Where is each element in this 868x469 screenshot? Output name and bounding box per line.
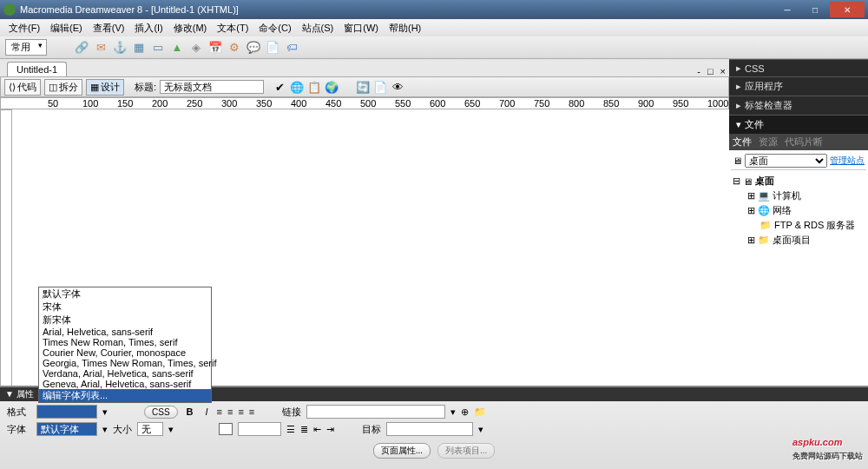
italic-button[interactable]: I <box>202 406 212 417</box>
align-right-icon[interactable]: ≡ <box>238 406 243 417</box>
font-option[interactable]: 宋体 <box>39 301 211 314</box>
date-icon[interactable]: 📅 <box>208 41 222 55</box>
size-label: 大小 <box>113 423 132 436</box>
font-option[interactable]: Courier New, Courier, monospace <box>39 347 211 358</box>
font-option[interactable]: Times New Roman, Times, serif <box>39 337 211 347</box>
font-option[interactable]: Georgia, Times New Roman, Times, serif <box>39 358 211 368</box>
align-center-icon[interactable]: ≡ <box>227 406 233 417</box>
refresh-icon[interactable]: 🔄 <box>356 80 370 94</box>
doc-minimize-icon[interactable]: - <box>694 66 704 76</box>
color-swatch[interactable] <box>219 423 233 435</box>
doc-restore-icon[interactable]: □ <box>704 66 717 76</box>
font-option[interactable]: 默认字体 <box>39 287 211 301</box>
tree-item[interactable]: ⊞📁桌面项目 <box>733 233 865 248</box>
panel-files[interactable]: ▾文件 <box>729 115 868 134</box>
font-option[interactable]: 新宋体 <box>39 314 211 327</box>
title-input[interactable] <box>160 80 264 94</box>
point-to-file-icon[interactable]: ⊕ <box>461 406 469 418</box>
tab-assets[interactable]: 资源 <box>759 135 778 149</box>
desktop-icon: 🖥 <box>743 176 753 187</box>
list-items-button[interactable]: 列表项目... <box>437 443 495 459</box>
css-button[interactable]: CSS <box>144 406 178 419</box>
maximize-button[interactable]: □ <box>802 2 828 17</box>
side-panels: ▸CSS ▸应用程序 ▸标签检查器 ▾文件 文件 资源 代码片断 🖥 桌面 管理… <box>729 59 868 426</box>
menu-text[interactable]: 文本(T) <box>212 20 253 36</box>
font-option[interactable]: Geneva, Arial, Helvetica, sans-serif <box>39 379 211 389</box>
comment-icon[interactable]: 💬 <box>247 41 260 55</box>
manage-sites-link[interactable]: 管理站点 <box>830 155 865 167</box>
panel-tag-inspector[interactable]: ▸标签检查器 <box>729 96 868 115</box>
page-properties-button[interactable]: 页面属性... <box>373 443 431 459</box>
chevron-down-icon[interactable]: ▾ <box>168 424 174 435</box>
design-view-button[interactable]: ▦设计 <box>86 79 124 96</box>
tree-item[interactable]: ⊞💻计算机 <box>733 188 865 203</box>
file-mgmt-icon[interactable]: 📋 <box>307 80 321 94</box>
visual-aids-icon[interactable]: 👁 <box>391 80 404 94</box>
menu-view[interactable]: 查看(V) <box>88 20 130 36</box>
panel-application[interactable]: ▸应用程序 <box>729 76 868 96</box>
div-icon[interactable]: ▭ <box>151 41 165 55</box>
minimize-button[interactable]: ─ <box>774 2 800 17</box>
preview-icon[interactable]: 🌍 <box>325 80 339 94</box>
bold-button[interactable]: B <box>183 406 197 417</box>
computer-icon: 💻 <box>758 190 770 201</box>
chevron-right-icon: ▸ <box>736 100 741 111</box>
templates-icon[interactable]: 📄 <box>266 41 279 55</box>
menu-commands[interactable]: 命令(C) <box>253 20 296 36</box>
list-ul-icon[interactable]: ☰ <box>286 424 295 435</box>
server-icon[interactable]: ⚙ <box>227 41 241 55</box>
menu-help[interactable]: 帮助(H) <box>384 20 426 36</box>
tree-item[interactable]: ⊞🌐网络 <box>733 203 865 218</box>
edit-font-list-option[interactable]: 编辑字体列表... <box>39 389 211 402</box>
menu-window[interactable]: 窗口(W) <box>339 20 384 36</box>
align-justify-icon[interactable]: ≡ <box>249 406 254 417</box>
split-view-button[interactable]: ◫拆分 <box>44 79 82 96</box>
toolbar-category-dropdown[interactable]: 常用 <box>5 39 47 56</box>
chevron-down-icon[interactable]: ▾ <box>478 424 483 435</box>
format-select[interactable] <box>36 405 97 419</box>
panel-css[interactable]: ▸CSS <box>729 59 868 76</box>
tab-files[interactable]: 文件 <box>733 135 752 149</box>
image-icon[interactable]: ▲ <box>170 41 184 55</box>
target-select[interactable] <box>386 422 473 436</box>
size-select[interactable] <box>137 422 163 436</box>
chevron-down-icon[interactable]: ▾ <box>102 424 108 435</box>
link-input[interactable] <box>306 405 445 419</box>
tab-snippets[interactable]: 代码片断 <box>785 135 823 149</box>
chevron-down-icon[interactable]: ▾ <box>450 406 456 418</box>
ftp-icon: 📁 <box>760 220 772 231</box>
browse-folder-icon[interactable]: 📁 <box>474 406 486 418</box>
view-options-icon[interactable]: 📄 <box>373 80 387 94</box>
media-icon[interactable]: ◈ <box>189 41 203 55</box>
email-icon[interactable]: ✉ <box>94 41 108 55</box>
font-option[interactable]: Verdana, Arial, Helvetica, sans-serif <box>39 368 211 379</box>
font-option[interactable]: Arial, Helvetica, sans-serif <box>39 327 211 337</box>
hyperlink-icon[interactable]: 🔗 <box>75 41 89 55</box>
close-button[interactable]: ✕ <box>830 2 865 17</box>
network-icon: 🌐 <box>758 205 770 216</box>
tree-root[interactable]: ⊟🖥桌面 <box>733 174 865 188</box>
document-tab[interactable]: Untitled-1 <box>7 62 67 76</box>
code-view-button[interactable]: ⟨⟩代码 <box>4 79 41 96</box>
site-dropdown[interactable]: 桌面 <box>745 154 827 168</box>
table-icon[interactable]: ▦ <box>132 41 146 55</box>
anchor-icon[interactable]: ⚓ <box>113 41 127 55</box>
menu-file[interactable]: 文件(F) <box>3 20 45 36</box>
menu-modify[interactable]: 修改(M) <box>168 20 213 36</box>
align-left-icon[interactable]: ≡ <box>217 406 222 417</box>
doc-close-icon[interactable]: × <box>717 66 729 76</box>
chevron-right-icon: ▸ <box>736 81 741 92</box>
list-ol-icon[interactable]: ≣ <box>300 424 308 435</box>
tree-item[interactable]: 📁FTP & RDS 服务器 <box>733 218 865 233</box>
browser-check-icon[interactable]: 🌐 <box>290 80 304 94</box>
color-input[interactable] <box>238 422 281 436</box>
chevron-down-icon[interactable]: ▾ <box>102 406 108 418</box>
validate-icon[interactable]: ✔ <box>273 80 286 94</box>
tag-icon[interactable]: 🏷 <box>285 41 299 55</box>
indent-icon[interactable]: ⇥ <box>326 424 334 435</box>
outdent-icon[interactable]: ⇤ <box>313 424 321 435</box>
menu-site[interactable]: 站点(S) <box>297 20 339 36</box>
menu-edit[interactable]: 编辑(E) <box>45 20 88 36</box>
font-select[interactable] <box>36 422 97 436</box>
menu-insert[interactable]: 插入(I) <box>129 20 168 36</box>
